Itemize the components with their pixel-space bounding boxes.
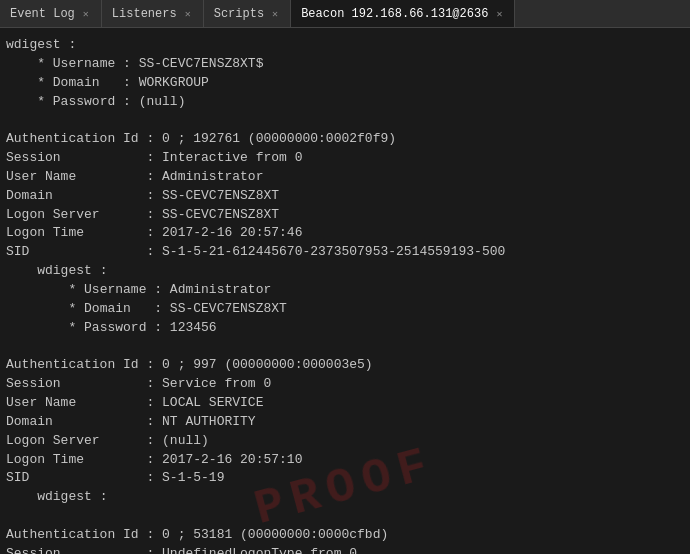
tab-close-event-log[interactable]: ✕ (81, 7, 91, 21)
tab-scripts[interactable]: Scripts✕ (204, 0, 291, 27)
tab-bar: Event Log✕Listeners✕Scripts✕Beacon 192.1… (0, 0, 690, 28)
terminal-output: wdigest : * Username : SS-CEVC7ENSZ8XT$ … (6, 36, 684, 554)
tab-label-beacon: Beacon 192.168.66.131@2636 (301, 7, 488, 21)
tab-close-scripts[interactable]: ✕ (270, 7, 280, 21)
tab-event-log[interactable]: Event Log✕ (0, 0, 102, 27)
tab-label-listeners: Listeners (112, 7, 177, 21)
tab-label-scripts: Scripts (214, 7, 264, 21)
terminal-content[interactable]: wdigest : * Username : SS-CEVC7ENSZ8XT$ … (0, 28, 690, 554)
tab-beacon[interactable]: Beacon 192.168.66.131@2636✕ (291, 0, 515, 27)
tab-close-beacon[interactable]: ✕ (494, 7, 504, 21)
tab-listeners[interactable]: Listeners✕ (102, 0, 204, 27)
tab-close-listeners[interactable]: ✕ (183, 7, 193, 21)
tab-label-event-log: Event Log (10, 7, 75, 21)
